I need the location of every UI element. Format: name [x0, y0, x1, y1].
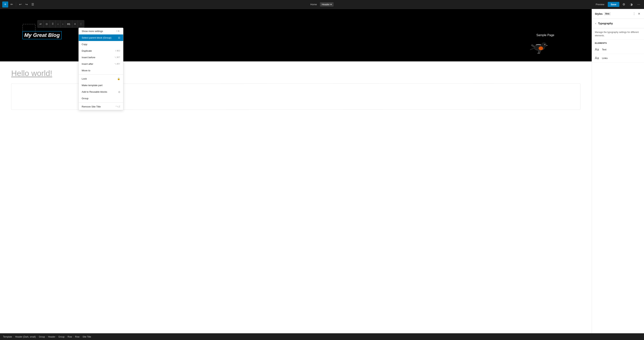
more-options-button[interactable]: ⋯ [636, 2, 642, 8]
breadcrumb-separator-0: › [13, 335, 14, 338]
bottom-breadcrumb: Template›Header (Dark, small)›Group›Head… [0, 333, 644, 340]
panel-title: Styles [595, 12, 602, 15]
bird-decoration [528, 37, 550, 58]
nav-chevron-icon: ▾ [330, 3, 332, 6]
site-header: ⇌ ⊙ ⠿ ‹ › H1 ≡ ⋮ My Great Blog Sample Pa… [0, 9, 592, 61]
block-more-options-button[interactable]: ⋮ [78, 21, 84, 28]
context-menu-item-icon: 🔒 [117, 77, 120, 80]
context-menu-item-add-to-reusable-blocks[interactable]: Add to Reusable blocks◇ [79, 89, 123, 95]
location-button[interactable]: ⊙ [44, 21, 50, 28]
context-menu-item-label: Group [82, 97, 88, 100]
breadcrumb-separator-6: › [81, 335, 82, 338]
breadcrumb-item-2[interactable]: Group [39, 335, 45, 338]
heading-type-button[interactable]: H1 [65, 21, 72, 28]
context-menu-item-icon: ◇ [118, 90, 120, 93]
element-aa-icon: Aa [595, 48, 600, 52]
right-panel: Styles Beta ⋮ ✕ ‹ Typography Manage the … [592, 9, 644, 333]
breadcrumb-item-6[interactable]: Row [75, 335, 80, 338]
context-menu-item-lock[interactable]: Lock🔒 [79, 75, 123, 82]
transform-block-button[interactable]: ⇌ [38, 21, 44, 28]
context-menu-item-copy[interactable]: Copy [79, 41, 123, 48]
context-menu-item-label: Select parent block (Group) [82, 36, 112, 39]
svg-line-6 [538, 51, 539, 53]
nav-active-item[interactable]: Header ▾ [320, 2, 334, 7]
svg-line-7 [540, 51, 540, 53]
element-label: Text [602, 48, 606, 51]
svg-point-5 [545, 44, 546, 45]
nav-home-link[interactable]: Home [310, 3, 317, 6]
context-menu-item-label: Insert before [82, 56, 95, 59]
context-menu-item-shortcut: ⇧⌘D [115, 50, 120, 52]
nav-breadcrumb: Home Header ▾ [310, 2, 334, 7]
context-menu-item-group[interactable]: Group [79, 95, 123, 102]
breadcrumb-item-0[interactable]: Template [3, 335, 12, 338]
context-menu-item-label: Insert after [82, 63, 93, 65]
canvas: ⇌ ⊙ ⠿ ‹ › H1 ≡ ⋮ My Great Blog Sample Pa… [0, 9, 592, 333]
preview-button[interactable]: Preview [594, 2, 606, 7]
panel-more-options-button[interactable]: ⋮ [632, 11, 636, 16]
typography-description: Manage the typography settings for diffe… [592, 28, 644, 40]
typography-section-header: ‹ Typography [592, 19, 644, 28]
context-menu-item-show-more-settings[interactable]: Show more settings⇧⌘, [79, 28, 123, 35]
breadcrumb-item-3[interactable]: Header [48, 335, 55, 338]
element-aa-icon: Aa [595, 56, 600, 60]
main-area: ⇌ ⊙ ⠿ ‹ › H1 ≡ ⋮ My Great Blog Sample Pa… [0, 9, 644, 333]
context-menu-item-insert-before[interactable]: Insert before⌥⌘T [79, 54, 123, 61]
context-menu-item-label: Move to [82, 69, 90, 72]
context-menu-item-move-to[interactable]: Move to [79, 67, 123, 74]
context-menu-separator [79, 102, 123, 103]
add-block-button[interactable]: + [2, 2, 8, 8]
context-menu-item-shortcut: ⇧⌘, [116, 30, 120, 32]
typography-title: Typography [598, 22, 613, 25]
svg-point-3 [542, 42, 547, 48]
breadcrumb-item-5[interactable]: Row [68, 335, 72, 338]
settings-button[interactable]: ⚙ [621, 2, 627, 8]
context-menu-item-label: Make template part [82, 84, 102, 87]
context-menu-item-label: Copy [82, 43, 87, 46]
top-toolbar: + ✏ ↩ ↪ ☰ Home Header ▾ Preview Save ⚙ ◑… [0, 0, 644, 9]
breadcrumb-separator-3: › [56, 335, 57, 338]
nav-active-label: Header [322, 3, 330, 6]
drag-handle-button[interactable]: ⠿ [50, 21, 56, 28]
list-view-button[interactable]: ☰ [30, 2, 36, 7]
undo-button[interactable]: ↩ [18, 2, 23, 7]
context-menu-item-insert-after[interactable]: Insert after⌥⌘Y [79, 61, 123, 67]
site-title-block: My Great Blog [22, 31, 62, 39]
site-navigation: Sample Page [536, 34, 554, 37]
typography-element-links[interactable]: AaLinks [592, 54, 644, 63]
context-menu-item-make-template-part[interactable]: Make template part [79, 82, 123, 89]
block-toolbar: ⇌ ⊙ ⠿ ‹ › H1 ≡ ⋮ [38, 20, 84, 28]
site-title[interactable]: My Great Blog [22, 31, 62, 39]
theme-toggle-button[interactable]: ◑ [628, 2, 634, 8]
context-menu-item-remove-site-title[interactable]: Remove Site Title^⌥Z [79, 103, 123, 110]
context-menu-item-label: Duplicate [82, 49, 92, 52]
redo-button[interactable]: ↪ [24, 2, 29, 7]
breadcrumb-item-1[interactable]: Header (Dark, small) [15, 335, 36, 338]
panel-close-button[interactable]: ✕ [637, 11, 641, 16]
breadcrumb-separator-2: › [46, 335, 47, 338]
context-menu-item-label: Lock [82, 77, 87, 80]
move-down-button[interactable]: › [60, 21, 66, 28]
sample-page-link[interactable]: Sample Page [536, 34, 554, 37]
edit-button[interactable]: ✏ [9, 2, 14, 7]
context-menu-item-select-parent-block[interactable]: Select parent block (Group)⊡ [79, 35, 123, 41]
top-right-actions: Preview Save ⚙ ◑ ⋯ [594, 2, 642, 8]
context-menu-item-icon: ⊡ [118, 36, 120, 39]
move-up-button[interactable]: ‹ [56, 21, 60, 28]
alignment-button[interactable]: ≡ [72, 21, 78, 28]
context-menu-item-duplicate[interactable]: Duplicate⇧⌘D [79, 48, 123, 54]
h1-label: H1 [67, 23, 70, 26]
back-button[interactable]: ‹ [595, 21, 596, 26]
panel-header-actions: ⋮ ✕ [632, 11, 641, 16]
breadcrumb-separator-1: › [37, 335, 38, 338]
breadcrumb-item-7[interactable]: Site Title [82, 335, 91, 338]
typography-element-text[interactable]: AaText [592, 45, 644, 54]
context-menu: Show more settings⇧⌘,Select parent block… [78, 28, 123, 110]
elements-label: ELEMENTS [592, 40, 644, 45]
typography-elements-list: AaTextAaLinks [592, 45, 644, 63]
save-button[interactable]: Save [608, 2, 619, 7]
context-menu-item-shortcut: ^⌥Z [116, 105, 120, 108]
panel-header: Styles Beta ⋮ ✕ [592, 9, 644, 19]
context-menu-item-shortcut: ⌥⌘Y [114, 63, 120, 65]
breadcrumb-item-4[interactable]: Group [58, 335, 64, 338]
